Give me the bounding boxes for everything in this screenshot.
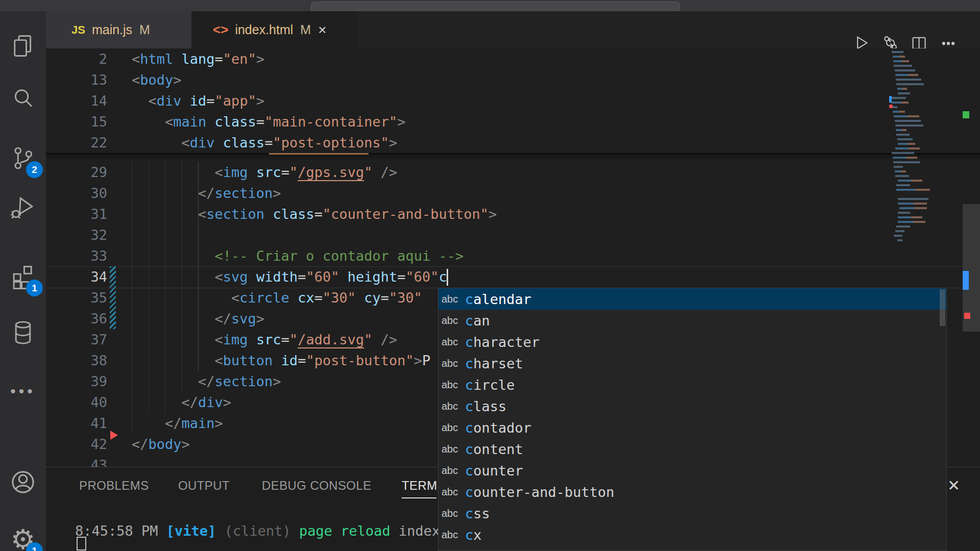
- vscode-window: 2 1 •••: [0, 0, 980, 551]
- suggestion-label: contador: [465, 420, 531, 436]
- line-content: </svg>: [132, 308, 264, 329]
- line-number: 41: [46, 413, 107, 434]
- minimap-line: [895, 170, 906, 172]
- suggest-item-cx[interactable]: abccx: [438, 524, 946, 545]
- line-content: </section>: [132, 183, 281, 204]
- search-icon[interactable]: [0, 81, 46, 116]
- line-content: <button id="post-button">P: [132, 350, 430, 371]
- source-control-icon[interactable]: 2: [0, 140, 46, 176]
- suggest-item-charset[interactable]: abccharset: [438, 353, 946, 374]
- minimap-line: [895, 74, 918, 76]
- minimap-line: [895, 175, 909, 177]
- minimap-line: [896, 184, 910, 186]
- suggest-item-contador[interactable]: abccontador: [438, 417, 946, 438]
- more-actions-icon[interactable]: •••: [0, 373, 46, 409]
- minimap-modified-marker: [889, 96, 892, 103]
- suggest-item-calendar[interactable]: abccalendar: [438, 288, 946, 310]
- source-control-badge: 2: [26, 161, 43, 178]
- text-caret: [447, 269, 448, 286]
- suggest-item-css[interactable]: abccss: [438, 503, 946, 524]
- minimap-line: [895, 147, 920, 149]
- code-line-2[interactable]: 2<html lang="en">: [46, 48, 980, 69]
- command-center[interactable]: [311, 2, 680, 12]
- close-tab-icon[interactable]: ×: [318, 22, 326, 38]
- minimap-line: [894, 166, 903, 168]
- minimap-line: [897, 239, 903, 241]
- modified-indicator: M: [139, 22, 150, 37]
- suggestion-kind-icon: abc: [442, 465, 465, 477]
- suggest-item-counter[interactable]: abccounter: [438, 460, 946, 481]
- line-number: 30: [46, 183, 107, 204]
- suggestion-label: character: [465, 334, 540, 350]
- minimap-line: [893, 56, 905, 58]
- code-line-31[interactable]: 31 <section class="counter-and-button">: [46, 204, 980, 224]
- suggestion-kind-icon: abc: [442, 508, 465, 519]
- overview-ruler-added-marker: [963, 111, 969, 118]
- line-content: <img src="/add.svg" />: [132, 329, 397, 350]
- line-content: <div class="post-options">: [132, 132, 397, 153]
- suggestion-label: cx: [465, 527, 482, 543]
- line-number: 37: [46, 329, 107, 350]
- minimap-line: [898, 92, 910, 94]
- suggest-item-circle[interactable]: abccircle: [438, 374, 946, 395]
- minimap-line: [895, 230, 904, 232]
- code-line-33[interactable]: 33 <!-- Criar o contador aqui -->: [46, 245, 980, 266]
- active-panel-tab-underline: [402, 497, 436, 498]
- line-content: <!-- Criar o contador aqui -->: [132, 245, 463, 266]
- extensions-badge: 1: [26, 280, 43, 296]
- code-line-22[interactable]: 22 <div class="post-options">: [46, 132, 980, 153]
- overview-ruler-deleted-marker: [964, 313, 970, 319]
- line-number: 39: [46, 371, 107, 392]
- suggestion-kind-icon: abc: [442, 379, 465, 391]
- activity-bar: 2 1 •••: [0, 11, 46, 551]
- code-line-34[interactable]: 34 <svg width="60" height="60"c: [46, 266, 980, 287]
- minimap-line: [894, 235, 902, 237]
- suggestion-label: circle: [465, 377, 515, 393]
- code-line-14[interactable]: 14 <div id="app">: [46, 90, 980, 111]
- panel-tab-debug-console[interactable]: DEBUG CONSOLE: [262, 479, 372, 493]
- javascript-file-icon: JS: [71, 23, 85, 37]
- close-panel-icon[interactable]: ✕: [947, 477, 960, 494]
- line-number: 33: [46, 245, 107, 266]
- suggest-item-counter-and-button[interactable]: abccounter-and-button: [438, 481, 946, 503]
- minimap-line: [898, 212, 910, 214]
- code-line-15[interactable]: 15 <main class="main-container">: [46, 111, 980, 132]
- line-number: 35: [46, 287, 107, 308]
- minimap-line: [894, 115, 919, 117]
- explorer-icon[interactable]: [0, 28, 46, 64]
- settings-gear-icon[interactable]: ⚙ 1: [0, 521, 46, 551]
- line-content: </body>: [132, 434, 190, 455]
- line-content: <div id="app">: [132, 90, 264, 111]
- suggest-item-can[interactable]: abccan: [438, 310, 946, 331]
- suggestion-kind-icon: abc: [442, 336, 465, 348]
- minimap-line: [897, 138, 913, 140]
- suggestion-kind-icon: abc: [442, 358, 465, 369]
- vite-tag: [vite]: [166, 523, 216, 539]
- code-line-30[interactable]: 30 </section>: [46, 183, 980, 204]
- suggest-item-character[interactable]: abccharacter: [438, 331, 946, 353]
- suggestion-label: css: [465, 506, 490, 521]
- suggestion-label: content: [465, 441, 523, 457]
- line-content: <body>: [132, 69, 182, 90]
- panel-tab-output[interactable]: OUTPUT: [178, 479, 230, 493]
- tab-main-js[interactable]: JS main.js M: [46, 11, 191, 48]
- minimap-line: [898, 143, 915, 145]
- panel-tab-problems[interactable]: PROBLEMS: [79, 479, 149, 493]
- suggest-item-content[interactable]: abccontent: [438, 438, 946, 460]
- tab-index-html[interactable]: <> index.html M ×: [191, 11, 357, 48]
- line-content: </section>: [132, 371, 281, 392]
- minimap-line: [893, 161, 920, 163]
- extensions-icon[interactable]: 1: [0, 259, 46, 294]
- suggestion-label: can: [465, 313, 490, 329]
- suggest-scrollbar-thumb[interactable]: [940, 289, 945, 326]
- code-line-32[interactable]: 32: [46, 224, 980, 245]
- line-number: 32: [46, 224, 107, 245]
- run-debug-icon[interactable]: [0, 190, 46, 226]
- account-icon[interactable]: [0, 464, 46, 500]
- database-icon[interactable]: [0, 315, 46, 350]
- vite-scope: (client): [225, 523, 291, 539]
- code-line-29[interactable]: 29 <img src="/gps.svg" />: [46, 162, 980, 183]
- line-content: </main>: [132, 413, 223, 434]
- suggest-item-class[interactable]: abcclass: [438, 395, 946, 417]
- code-line-13[interactable]: 13<body>: [46, 69, 980, 90]
